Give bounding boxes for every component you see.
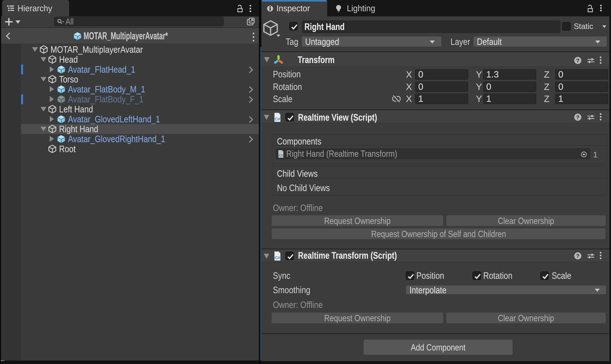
- svg-text:C#: C#: [279, 154, 283, 157]
- svg-text:C#: C#: [275, 255, 280, 260]
- svg-text:C#: C#: [275, 117, 280, 121]
